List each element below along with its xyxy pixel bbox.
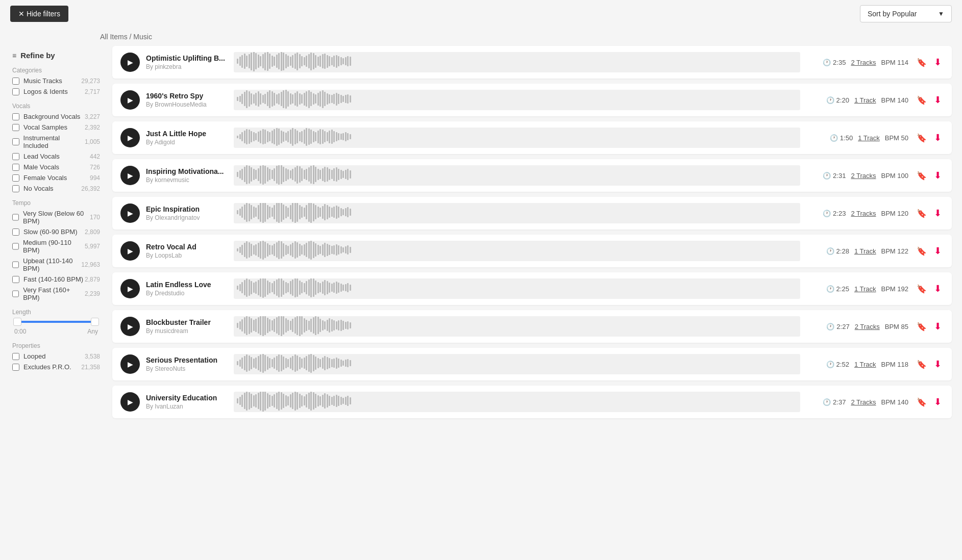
clock-icon: 🕐 <box>823 210 831 217</box>
waveform[interactable] <box>234 52 800 72</box>
bookmark-button[interactable]: 🔖 <box>915 131 929 145</box>
play-button[interactable]: ▶ <box>120 317 140 336</box>
filter-label-very-fast[interactable]: Very Fast (160+ BPM) <box>23 286 85 301</box>
filter-label-bg-vocals[interactable]: Background Vocals <box>23 113 80 120</box>
play-button[interactable]: ▶ <box>120 203 140 223</box>
tracks-link[interactable]: 1 Track <box>854 285 876 293</box>
play-button[interactable]: ▶ <box>120 354 140 374</box>
download-button[interactable]: ⬇ <box>932 206 944 221</box>
bookmark-button[interactable]: 🔖 <box>915 320 929 334</box>
play-button[interactable]: ▶ <box>120 128 140 147</box>
checkbox-female-vocals[interactable] <box>12 174 19 182</box>
waveform-bar <box>331 359 333 367</box>
range-handle-left[interactable] <box>13 318 21 326</box>
waveform[interactable] <box>234 241 800 261</box>
waveform-bar <box>310 166 312 184</box>
filter-label-music-tracks[interactable]: Music Tracks <box>23 77 62 85</box>
download-button[interactable]: ⬇ <box>932 319 944 334</box>
waveform[interactable] <box>234 354 800 374</box>
filter-label-slow[interactable]: Slow (60-90 BPM) <box>23 228 77 236</box>
waveform-bar <box>324 204 326 220</box>
tracks-link[interactable]: 2 Tracks <box>851 172 876 180</box>
tracks-link[interactable]: 2 Tracks <box>855 323 880 330</box>
checkbox-music-tracks[interactable] <box>12 78 19 85</box>
waveform-bar <box>246 392 248 411</box>
download-button[interactable]: ⬇ <box>932 394 944 410</box>
filter-label-excludes-pro[interactable]: Excludes P.R.O. <box>23 363 71 371</box>
waveform[interactable] <box>234 165 800 186</box>
tracks-link[interactable]: 1 Track <box>854 361 876 368</box>
download-button[interactable]: ⬇ <box>932 168 944 183</box>
tracks-link[interactable]: 1 Track <box>854 96 876 104</box>
download-button[interactable]: ⬇ <box>932 130 944 145</box>
waveform-bar <box>304 130 305 144</box>
tracks-link[interactable]: 1 Track <box>858 134 880 142</box>
bookmark-button[interactable]: 🔖 <box>915 282 929 296</box>
waveform[interactable] <box>234 128 800 148</box>
download-button[interactable]: ⬇ <box>932 55 944 70</box>
bookmark-button[interactable]: 🔖 <box>915 358 929 371</box>
download-button[interactable]: ⬇ <box>932 281 944 296</box>
play-button[interactable]: ▶ <box>120 279 140 298</box>
play-button[interactable]: ▶ <box>120 90 140 110</box>
checkbox-excludes-pro[interactable] <box>12 364 19 371</box>
waveform[interactable] <box>234 278 800 299</box>
hide-filters-button[interactable]: ✕ Hide filters <box>10 6 68 22</box>
bookmark-button[interactable]: 🔖 <box>915 169 929 183</box>
checkbox-fast[interactable] <box>12 276 19 283</box>
tracks-link[interactable]: 2 Tracks <box>851 398 876 406</box>
play-button[interactable]: ▶ <box>120 241 140 261</box>
play-button[interactable]: ▶ <box>120 53 140 72</box>
checkbox-looped[interactable] <box>12 353 19 360</box>
bookmark-button[interactable]: 🔖 <box>915 56 929 69</box>
filter-item-left: Male Vocals <box>12 163 59 171</box>
checkbox-male-vocals[interactable] <box>12 164 19 171</box>
checkbox-bg-vocals[interactable] <box>12 113 19 120</box>
waveform[interactable] <box>234 90 800 110</box>
tracks-link[interactable]: 1 Track <box>854 247 876 255</box>
checkbox-instrumental[interactable] <box>12 138 19 145</box>
checkbox-upbeat[interactable] <box>12 261 19 268</box>
waveform-bar <box>262 392 264 412</box>
play-button[interactable]: ▶ <box>120 392 140 412</box>
checkbox-logos-idents[interactable] <box>12 88 19 95</box>
checkbox-medium[interactable] <box>12 243 19 250</box>
play-button[interactable]: ▶ <box>120 166 140 185</box>
filter-label-male-vocals[interactable]: Male Vocals <box>23 163 59 171</box>
download-button[interactable]: ⬇ <box>932 92 944 108</box>
filter-label-fast[interactable]: Fast (140-160 BPM) <box>23 275 83 283</box>
filter-label-lead-vocals[interactable]: Lead Vocals <box>23 152 60 160</box>
waveform[interactable] <box>234 392 800 412</box>
filter-label-instrumental[interactable]: Instrumental Included <box>23 134 85 149</box>
sort-dropdown[interactable]: Sort by Popular ▼ <box>860 5 952 22</box>
filter-label-looped[interactable]: Looped <box>23 352 45 360</box>
download-button[interactable]: ⬇ <box>932 243 944 259</box>
waveform-bar <box>327 281 328 294</box>
checkbox-slow[interactable] <box>12 228 19 236</box>
waveform[interactable] <box>234 316 800 337</box>
tracks-link[interactable]: 2 Tracks <box>851 59 876 66</box>
filter-label-upbeat[interactable]: Upbeat (110-140 BPM) <box>23 257 81 272</box>
filter-label-logos-idents[interactable]: Logos & Idents <box>23 88 68 95</box>
bookmark-button[interactable]: 🔖 <box>915 395 929 409</box>
checkbox-lead-vocals[interactable] <box>12 153 19 160</box>
filter-label-very-slow[interactable]: Very Slow (Below 60 BPM) <box>23 210 90 225</box>
download-button[interactable]: ⬇ <box>932 357 944 372</box>
filter-label-no-vocals[interactable]: No Vocals <box>23 185 54 192</box>
bookmark-button[interactable]: 🔖 <box>915 207 929 220</box>
bookmark-button[interactable]: 🔖 <box>915 244 929 258</box>
waveform-bar <box>350 360 351 366</box>
checkbox-vocal-samples[interactable] <box>12 124 19 131</box>
waveform[interactable] <box>234 203 800 223</box>
filter-label-female-vocals[interactable]: Female Vocals <box>23 174 67 182</box>
length-slider[interactable]: 0:00 Any <box>12 321 100 335</box>
waveform-bar <box>317 395 319 406</box>
checkbox-very-fast[interactable] <box>12 290 19 297</box>
bookmark-button[interactable]: 🔖 <box>915 93 929 107</box>
checkbox-very-slow[interactable] <box>12 214 19 221</box>
checkbox-no-vocals[interactable] <box>12 185 19 192</box>
filter-label-vocal-samples[interactable]: Vocal Samples <box>23 123 67 131</box>
range-handle-right[interactable] <box>91 318 99 326</box>
filter-label-medium[interactable]: Medium (90-110 BPM) <box>23 239 85 254</box>
tracks-link[interactable]: 2 Tracks <box>851 210 876 217</box>
